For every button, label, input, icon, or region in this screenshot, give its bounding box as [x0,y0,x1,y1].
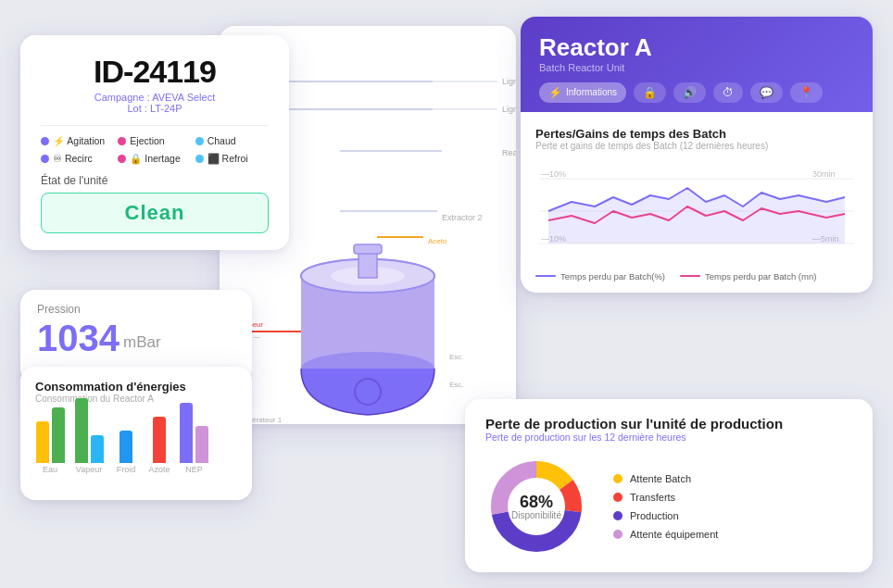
legend-line-purple [535,275,556,277]
bar-label-azote: Azote [146,465,172,474]
bar-chart: Eau Vapeur Froid [35,415,237,489]
reactor-chart-area: Pertes/Gains de temps des Batch Perte et… [521,112,873,293]
tag-chaud: Chaud [195,135,269,147]
bar-vapeur-1 [75,398,88,463]
id-card: ID-24119 Campagne : AVEVA Select Lot : L… [20,35,289,250]
svg-point-26 [362,386,373,397]
reactor-tabs: ⚡ Informations 🔒 🔊 ⏱ 💬 📍 [539,82,854,103]
pression-unit: mBar [123,333,161,352]
bar-nep: NEP [180,403,208,474]
bar-label-eau: Eau [35,465,65,474]
campagne-label: Campagne : AVEVA Select [41,92,269,103]
label-attente-equip: Attente équipement [630,529,718,540]
conso-title: Consommation d'énergies [35,380,237,394]
bar-col-eau [36,407,65,463]
tag-recirc: ♾ Recirc [41,153,114,165]
svg-rect-21 [354,244,382,254]
svg-text:Aceto: Aceto [428,237,447,245]
tag-dot-recirc [41,155,49,163]
tab-time[interactable]: ⏱ [713,82,743,103]
bar-nep-1 [180,403,193,463]
tag-label-chaud: Chaud [208,135,236,146]
bar-eau-1 [36,421,49,463]
tab-chat[interactable]: 💬 [750,82,783,103]
donut-wrap: 68% Disponibilité [485,456,587,557]
bar-froid: Froid [113,431,139,474]
svg-marker-34 [548,188,845,244]
donut-text: Disponibilité [511,509,561,519]
tab-location[interactable]: 📍 [790,82,823,103]
pression-number: 1034 [37,318,119,359]
tag-dot-agitation [41,137,49,145]
chart-legend: Temps perdu par Batch(%) Temps perdu par… [535,271,858,281]
clean-badge: Clean [41,193,269,233]
tab-sound[interactable]: 🔊 [673,82,706,103]
bar-vapeur-2 [91,435,104,463]
tab-informations[interactable]: ⚡ Informations [539,82,626,103]
donut-label: 68% Disponibilité [511,493,561,519]
dot-production [613,511,623,520]
donut-pct: 68% [511,493,561,509]
tab-icon-sound: 🔊 [683,86,697,99]
dot-attente-batch [613,474,623,483]
reactor-line-chart: —10% —10% 30min —5min [535,160,858,262]
label-attente-batch: Attente Batch [630,473,691,484]
tag-dot-refroi [195,155,204,163]
id-number: ID-24119 [41,54,269,90]
bar-eau: Eau [35,407,65,474]
tab-lock[interactable]: 🔒 [634,82,666,103]
legend-attente-batch: Attente Batch [613,473,718,484]
tab-icon-info: ⚡ [548,86,562,99]
perte-legend-list: Attente Batch Transferts Production Atte… [613,473,718,540]
bar-nep-2 [195,426,208,463]
perte-title: Perte de production sur l'unité de produ… [485,416,852,432]
label-transferts: Transferts [630,492,675,503]
reactor-title: Reactor A [539,33,854,62]
tab-label-info: Informations [566,87,617,97]
tag-label-ejection: Ejection [130,135,164,146]
divider [41,125,269,126]
reactor-sub: Batch Reactor Unit [539,62,854,73]
svg-text:—10%: —10% [541,169,566,179]
pression-value: 1034 mBar [37,318,235,359]
svg-text:Reactor 6: Reactor 6 [502,148,516,157]
dot-transferts [613,493,623,502]
tag-label-recirc: ♾ Recirc [53,153,93,164]
legend-purple: Temps perdu par Batch(%) [535,271,665,281]
lot-label: Lot : LT-24P [41,103,269,114]
tag-agitation: ⚡ Agitation [41,135,114,147]
reactor-chart-sub: Perte et gains de temps des Batch (12 de… [535,141,858,151]
perte-sub: Perte de production sur les 12 dernière … [485,432,852,443]
dot-attente-equip [613,530,623,539]
svg-text:Extractor 2: Extractor 2 [442,213,483,222]
legend-line-pink [680,275,700,277]
conso-card: Consommation d'énergies Consommation du … [20,367,252,500]
legend-pink: Temps perdu par Batch (mn) [680,271,816,281]
tag-inertage: 🔒 Inertage [118,153,191,165]
bar-vapeur: Vapeur [72,398,106,474]
legend-production: Production [613,510,718,521]
bar-azote: Azote [146,417,172,474]
etat-label: État de l'unité [41,174,269,187]
tag-dot-ejection [118,137,126,145]
tag-ejection: Ejection [118,135,191,147]
bar-col-vapeur [75,398,104,463]
tab-icon-lock: 🔒 [643,86,657,99]
tag-grid: ⚡ Agitation Ejection Chaud ♾ Recirc 🔒 In… [41,135,269,165]
bar-label-nep: NEP [182,465,208,474]
reactor-card: Reactor A Batch Reactor Unit ⚡ Informati… [521,17,873,293]
perte-card: Perte de production sur l'unité de produ… [465,399,873,572]
legend-label-purple: Temps perdu par Batch(%) [560,271,665,281]
tag-dot-chaud [195,137,204,145]
tag-label-inertage: 🔒 Inertage [130,153,180,165]
bar-col-nep [180,403,208,463]
svg-text:Esc.: Esc. [449,381,464,389]
bar-eau-2 [52,407,65,463]
bar-azote-1 [153,417,166,463]
svg-text:Esc.: Esc. [449,353,464,361]
legend-label-pink: Temps perdu par Batch (mn) [705,271,816,281]
pression-label: Pression [37,303,235,316]
legend-transferts: Transferts [613,492,718,503]
bar-froid-1 [119,431,132,463]
bar-col-azote [153,417,166,463]
